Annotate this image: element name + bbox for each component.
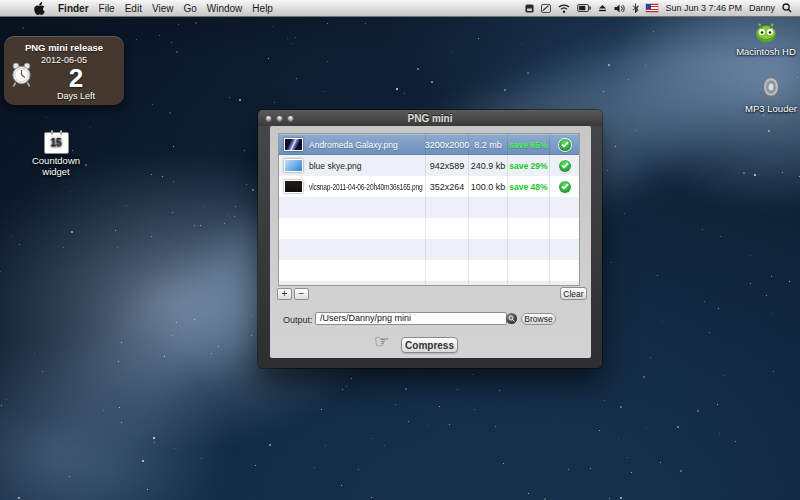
- battery-icon[interactable]: [577, 4, 591, 12]
- size-cell: 8.2 mb: [469, 134, 508, 155]
- status-cell: [550, 260, 579, 281]
- dims-cell: [426, 260, 469, 281]
- menu-help[interactable]: Help: [252, 3, 273, 14]
- status-cell: [550, 134, 579, 155]
- empty-row[interactable]: [279, 218, 579, 239]
- file-name: vlcsnap-2011-04-06-20h40m36s165.png: [309, 182, 422, 192]
- countdown-shortcut-label: Countdown widget: [16, 156, 96, 177]
- empty-row[interactable]: [279, 239, 579, 260]
- check-icon: [559, 181, 571, 193]
- menu-user[interactable]: Danny: [749, 3, 775, 13]
- png-mini-window: PNG mini Andromeda Galaxy.png3200x20008.…: [258, 110, 602, 368]
- status-cell: [550, 176, 579, 197]
- window-title: PNG mini: [258, 113, 602, 124]
- bluetooth-icon[interactable]: [632, 3, 639, 13]
- file-name-cell: [279, 281, 426, 286]
- macintosh-hd-label: Macintosh HD: [735, 47, 797, 58]
- desktop: FinderFileEditViewGoWindowHelp: [0, 0, 800, 500]
- size-cell: 240.9 kb: [469, 155, 508, 176]
- empty-row[interactable]: [279, 281, 579, 286]
- menu-bar-left: FinderFileEditViewGoWindowHelp: [0, 0, 273, 16]
- desktop-icon-mp3-louder[interactable]: MP3 Louder: [731, 76, 800, 115]
- file-table[interactable]: Andromeda Galaxy.png3200x20008.2 mbsave …: [278, 133, 580, 286]
- file-name-cell: [279, 260, 426, 281]
- check-icon: [559, 160, 571, 172]
- dims-cell: [426, 218, 469, 239]
- close-button[interactable]: [265, 115, 272, 122]
- status-cell: [550, 239, 579, 260]
- zoom-button[interactable]: [287, 115, 294, 122]
- file-name-cell: [279, 239, 426, 260]
- check-icon: [559, 139, 571, 151]
- output-label: Output:: [283, 315, 313, 325]
- countdown-widget-shortcut[interactable]: 15 Countdown widget: [16, 132, 96, 177]
- save-cell: [508, 239, 550, 260]
- file-name: Andromeda Galaxy.png: [309, 140, 398, 150]
- window-titlebar[interactable]: PNG mini: [258, 110, 602, 126]
- file-name-cell: vlcsnap-2011-04-06-20h40m36s165.png: [279, 176, 426, 197]
- file-row[interactable]: Andromeda Galaxy.png3200x20008.2 mbsave …: [279, 134, 579, 155]
- file-name-cell: Andromeda Galaxy.png: [279, 134, 426, 155]
- speaker-icon: [761, 91, 781, 102]
- menu-edit[interactable]: Edit: [125, 3, 142, 14]
- save-cell: [508, 197, 550, 218]
- alarm-clock-icon: [11, 62, 32, 93]
- minimize-button[interactable]: [276, 115, 283, 122]
- save-cell: [508, 281, 550, 286]
- file-name-cell: [279, 197, 426, 218]
- status-cell: [550, 197, 579, 218]
- add-file-button[interactable]: +: [277, 288, 292, 300]
- menu-view[interactable]: View: [152, 3, 174, 14]
- file-name: blue skye.png: [309, 161, 361, 171]
- save-cell: save 48%: [508, 176, 550, 197]
- empty-row[interactable]: [279, 260, 579, 281]
- file-name-cell: blue skye.png: [279, 155, 426, 176]
- status-cell: [550, 218, 579, 239]
- reveal-button[interactable]: [506, 313, 517, 324]
- browse-button[interactable]: Browse: [521, 313, 556, 325]
- save-cell: save 29%: [508, 155, 550, 176]
- save-cell: [508, 218, 550, 239]
- window-controls: [258, 115, 294, 122]
- file-row[interactable]: blue skye.png942x589240.9 kbsave 29%: [279, 155, 579, 176]
- wifi-icon[interactable]: [558, 4, 570, 13]
- status-cell: [550, 155, 579, 176]
- file-thumbnail: [284, 159, 303, 172]
- dims-cell: [426, 281, 469, 286]
- menu-file[interactable]: File: [99, 3, 115, 14]
- clear-button[interactable]: Clear: [560, 287, 587, 300]
- dims-cell: [426, 197, 469, 218]
- eject-icon[interactable]: [598, 4, 607, 12]
- output-path-field[interactable]: /Users/Danny/png mini: [315, 312, 507, 325]
- menu-bar: FinderFileEditViewGoWindowHelp: [0, 0, 800, 17]
- app-status-icon[interactable]: [525, 4, 534, 13]
- dims-cell: 942x589: [426, 155, 469, 176]
- countdown-widget[interactable]: PNG mini release 2012-06-05 2 Days Left: [4, 36, 124, 105]
- menu-go[interactable]: Go: [183, 3, 196, 14]
- compress-button[interactable]: Compress: [401, 337, 458, 353]
- output-row: Output: /Users/Danny/png mini Browse: [270, 312, 591, 326]
- dims-cell: 3200x2000: [426, 134, 469, 155]
- desktop-icon-macintosh-hd[interactable]: Macintosh HD: [726, 23, 800, 58]
- menu-bar-status: Sun Jun 3 7:46 PM Danny: [525, 0, 800, 16]
- mp3-louder-label: MP3 Louder: [731, 104, 800, 115]
- widget-title: PNG mini release: [4, 42, 124, 53]
- pointing-hand-icon: ☞: [374, 331, 389, 351]
- spotlight-icon[interactable]: [782, 3, 792, 13]
- apple-menu-icon[interactable]: [34, 2, 45, 15]
- dims-cell: 352x264: [426, 176, 469, 197]
- file-row[interactable]: vlcsnap-2011-04-06-20h40m36s165.png352x2…: [279, 176, 579, 197]
- file-name-cell: [279, 218, 426, 239]
- menu-clock[interactable]: Sun Jun 3 7:46 PM: [665, 3, 742, 13]
- status-cell: [550, 281, 579, 286]
- menu-window[interactable]: Window: [207, 3, 243, 14]
- volume-icon[interactable]: [614, 4, 625, 13]
- display-status-icon[interactable]: [541, 4, 551, 13]
- us-flag-icon[interactable]: [646, 4, 658, 12]
- save-cell: [508, 260, 550, 281]
- menu-items: FinderFileEditViewGoWindowHelp: [48, 3, 273, 14]
- remove-file-button[interactable]: −: [294, 288, 309, 300]
- menu-finder[interactable]: Finder: [58, 3, 89, 14]
- empty-row[interactable]: [279, 197, 579, 218]
- size-cell: [469, 281, 508, 286]
